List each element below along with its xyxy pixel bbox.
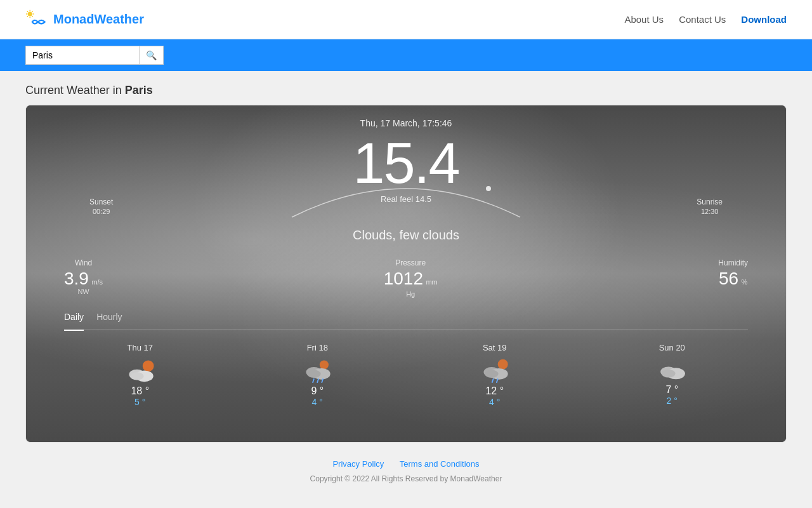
svg-point-10 (143, 360, 154, 371)
logo: MonadWeather (25, 8, 144, 31)
svg-line-7 (32, 11, 32, 11)
day-low-temp: 2 ° (584, 396, 761, 406)
svg-line-26 (497, 379, 498, 382)
footer-links: Privacy Policy Terms and Conditions (0, 458, 812, 469)
day-high-temp: 18 ° (51, 385, 229, 397)
svg-line-25 (492, 379, 494, 382)
day-low-temp: 4 ° (229, 397, 407, 407)
stats-row: Wind 3.9 m/s NW Pressure 1012 mmHg Humid… (64, 258, 748, 299)
forecast-day: Thu 17 18 ° 5 ° (51, 343, 229, 407)
svg-point-0 (28, 11, 32, 16)
day-weather-icon (479, 358, 511, 383)
forecast-day: Sun 20 7 ° 2 ° (584, 343, 761, 407)
forecast-tabs: Daily Hourly (64, 312, 748, 330)
footer: Privacy Policy Terms and Conditions Copy… (0, 443, 812, 490)
svg-point-17 (307, 370, 320, 378)
datetime: Thu, 17 March, 17:5:46 (51, 118, 761, 128)
svg-point-24 (485, 370, 498, 378)
tab-hourly[interactable]: Hourly (96, 312, 122, 326)
privacy-link[interactable]: Privacy Policy (332, 459, 384, 469)
wind-stat: Wind 3.9 m/s NW (64, 258, 103, 295)
weather-card: Thu, 17 March, 17:5:46 15.4 Real feel 14… (25, 105, 787, 443)
daily-forecast: Thu 17 18 ° 5 ° Fri 18 9 ° 4 ° Sat 19 (51, 343, 761, 407)
svg-point-29 (662, 370, 676, 378)
svg-line-6 (32, 16, 32, 17)
terms-link[interactable]: Terms and Conditions (400, 459, 480, 469)
copyright: Copyright © 2022 All Rights Reserved by … (0, 474, 812, 483)
forecast-day: Sat 19 12 ° 4 ° (406, 343, 584, 407)
svg-line-5 (27, 11, 28, 11)
header: MonadWeather About Us Contact Us Downloa… (0, 0, 812, 39)
weather-content: Thu, 17 March, 17:5:46 15.4 Real feel 14… (51, 118, 761, 407)
weather-condition: Clouds, few clouds (51, 228, 761, 243)
svg-line-8 (27, 16, 28, 17)
humidity-stat: Humidity 56 % (718, 258, 748, 288)
logo-text: MonadWeather (53, 12, 144, 27)
nav-contact[interactable]: Contact Us (679, 14, 726, 25)
logo-icon (25, 8, 48, 31)
day-label: Sun 20 (584, 343, 761, 352)
day-low-temp: 5 ° (51, 397, 229, 407)
temperature-section: 15.4 Real feel 14.5 (51, 135, 761, 204)
day-low-temp: 4 ° (406, 397, 584, 407)
day-label: Sat 19 (406, 343, 584, 352)
main-temperature: 15.4 (51, 135, 761, 192)
search-button[interactable]: 🔍 (140, 46, 164, 65)
svg-line-18 (313, 379, 314, 382)
search-input[interactable] (25, 46, 140, 65)
weather-background: Thu, 17 March, 17:5:46 15.4 Real feel 14… (26, 105, 786, 442)
page-title: Current Weather in Paris (0, 71, 812, 105)
pressure-stat: Pressure 1012 mmHg (384, 258, 438, 299)
svg-point-14 (320, 360, 329, 369)
day-high-temp: 7 ° (584, 384, 761, 396)
svg-point-13 (130, 372, 143, 380)
day-weather-icon (301, 358, 333, 383)
search-bar: 🔍 (0, 39, 812, 71)
nav: About Us Contact Us Download (624, 14, 787, 25)
day-weather-icon (124, 358, 156, 383)
real-feel: Real feel 14.5 (51, 194, 761, 204)
day-label: Fri 18 (229, 343, 407, 352)
tab-daily[interactable]: Daily (64, 312, 84, 331)
svg-line-19 (317, 379, 318, 382)
day-high-temp: 9 ° (229, 385, 407, 397)
forecast-day: Fri 18 9 ° 4 ° (229, 343, 407, 407)
day-weather-icon (656, 358, 688, 383)
svg-point-21 (497, 359, 508, 370)
nav-about[interactable]: About Us (624, 14, 664, 25)
nav-download[interactable]: Download (741, 14, 787, 25)
day-high-temp: 12 ° (406, 385, 584, 397)
day-label: Thu 17 (51, 343, 229, 352)
